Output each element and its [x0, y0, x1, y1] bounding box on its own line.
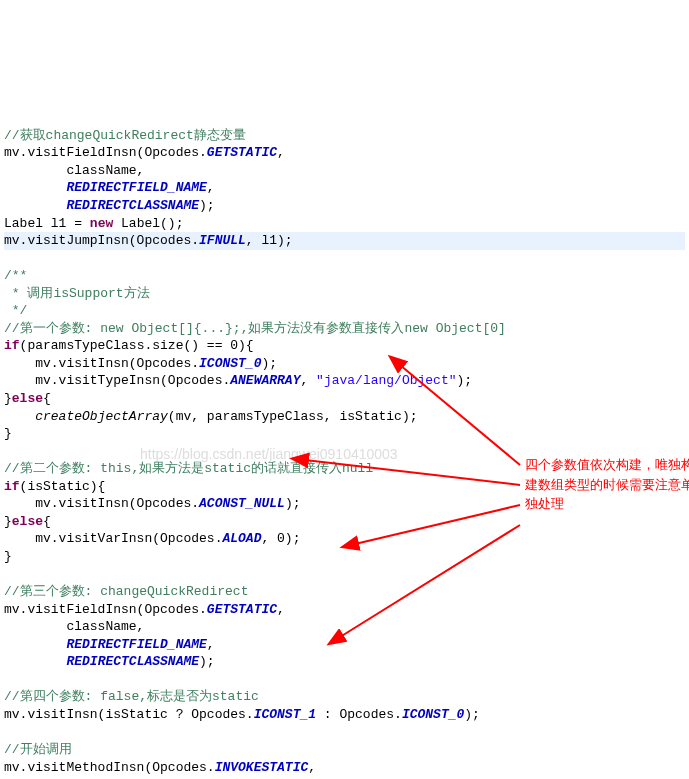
code-line: REDIRECTFIELD_NAME,: [4, 637, 215, 652]
highlighted-line: mv.visitJumpInsn(Opcodes.IFNULL, l1);: [4, 232, 685, 250]
code-line: mv.visitInsn(Opcodes.ICONST_0);: [4, 356, 277, 371]
comment-param3: //第三个参数: changeQuickRedirect: [4, 584, 248, 599]
code-line: }: [4, 549, 12, 564]
code-line: REDIRECTCLASSNAME);: [4, 654, 215, 669]
code-line: mv.visitInsn(Opcodes.ACONST_NULL);: [4, 496, 300, 511]
code-line: }else{: [4, 391, 51, 406]
javadoc-body: * 调用isSupport方法: [4, 286, 150, 301]
code-line: mv.visitInsn(isStatic ? Opcodes.ICONST_1…: [4, 707, 480, 722]
code-line: mv.visitVarInsn(Opcodes.ALOAD, 0);: [4, 531, 300, 546]
code-line: }: [4, 426, 12, 441]
comment-param1: //第一个参数: new Object[]{...};,如果方法没有参数直接传入…: [4, 321, 506, 336]
code-line: mv.visitTypeInsn(Opcodes.ANEWARRAY, "jav…: [4, 373, 472, 388]
code-line: className,: [4, 163, 144, 178]
javadoc-end: */: [4, 303, 27, 318]
code-line: className,: [4, 619, 144, 634]
code-line: if(paramsTypeClass.size() == 0){: [4, 338, 254, 353]
code-line: mv.visitMethodInsn(Opcodes.INVOKESTATIC,: [4, 760, 316, 775]
code-block: //获取changeQuickRedirect静态变量 mv.visitFiel…: [4, 109, 685, 779]
code-line: REDIRECTFIELD_NAME,: [4, 180, 215, 195]
code-line: mv.visitFieldInsn(Opcodes.GETSTATIC,: [4, 602, 285, 617]
comment-param2: //第二个参数: this,如果方法是static的话就直接传入null: [4, 461, 373, 476]
comment-get-static-var: //获取changeQuickRedirect静态变量: [4, 128, 246, 143]
code-line: REDIRECTCLASSNAME);: [4, 198, 215, 213]
code-line: Label l1 = new Label();: [4, 216, 183, 231]
javadoc-start: /**: [4, 268, 27, 283]
code-line: createObjectArray(mv, paramsTypeClass, i…: [4, 409, 417, 424]
comment-param4: //第四个参数: false,标志是否为static: [4, 689, 259, 704]
red-annotation-text: 四个参数值依次构建，唯独构建数组类型的时候需要注意单独处理: [525, 455, 689, 514]
code-line: if(isStatic){: [4, 479, 105, 494]
comment-start-invoke: //开始调用: [4, 742, 72, 757]
code-line: }else{: [4, 514, 51, 529]
code-line: mv.visitFieldInsn(Opcodes.GETSTATIC,: [4, 145, 285, 160]
